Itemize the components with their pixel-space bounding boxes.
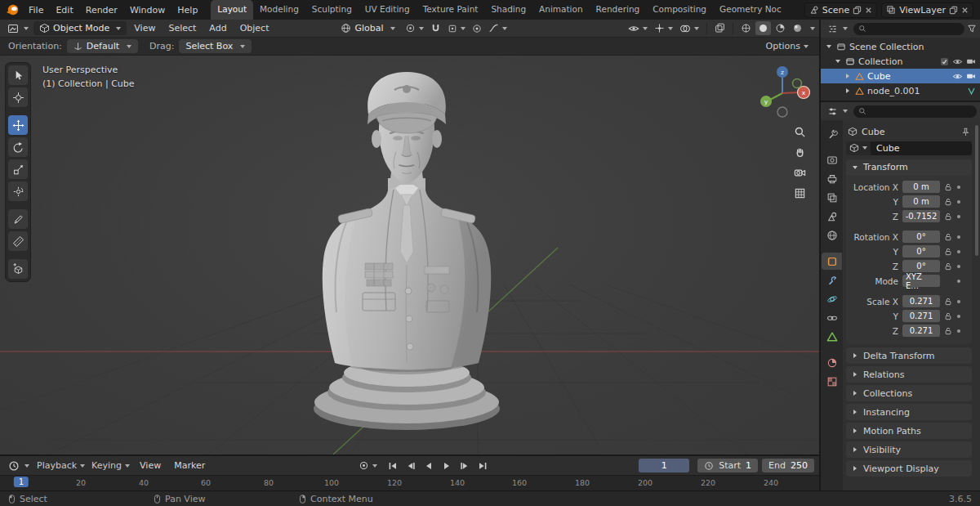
workspace-tab-geometry-nodes[interactable]: Geometry Noc [713,0,788,20]
menu-render[interactable]: Render [80,2,123,18]
toggle-xray-button[interactable] [712,21,728,35]
tab-view-layer[interactable] [822,189,842,206]
tool-cursor[interactable] [8,87,28,107]
disclosure-closed-icon[interactable] [846,88,849,93]
animate-dot[interactable] [957,200,960,204]
animate-dot[interactable] [957,186,960,189]
tab-texture[interactable] [822,373,842,390]
menu-object[interactable]: Object [234,21,275,35]
section-visibility[interactable]: Visibility [846,441,972,458]
jump-to-end-button[interactable] [474,459,491,473]
tab-output[interactable] [822,170,842,187]
camera-view-icon[interactable] [794,167,806,179]
unlink-scene-icon[interactable] [865,7,872,14]
prev-keyframe-button[interactable] [403,459,419,473]
lock-icon[interactable] [944,298,952,306]
workspace-tab-rendering[interactable]: Rendering [590,0,647,20]
hide-eye-icon[interactable] [952,71,963,82]
section-instancing[interactable]: Instancing [846,404,972,420]
disclosure-closed-icon[interactable] [846,74,849,78]
section-delta-transform[interactable]: Delta Transform [846,347,972,364]
lock-icon[interactable] [944,312,952,320]
breadcrumb-object-name[interactable]: Cube [862,127,884,137]
section-relations[interactable]: Relations [846,366,972,383]
editor-type-button[interactable] [4,21,32,36]
properties-editor-type-button[interactable] [824,105,851,119]
snap-settings-dropdown[interactable] [445,22,468,35]
shading-solid-button[interactable] [755,21,771,35]
pan-hand-icon[interactable] [794,146,806,159]
outliner-row-collection[interactable]: Collection [821,54,980,69]
shading-rendered-button[interactable] [790,21,805,35]
tool-move[interactable] [8,115,28,135]
show-gizmo-dropdown[interactable] [652,21,675,35]
timeline-marker-menu[interactable]: Marker [168,459,211,472]
hide-eye-icon[interactable] [952,56,963,67]
animate-dot[interactable] [957,300,960,303]
next-keyframe-button[interactable] [457,459,473,473]
tool-measure[interactable] [8,231,28,251]
gizmo-z-negative-axis[interactable] [777,107,787,117]
navigation-gizmo[interactable]: z y x [754,62,811,119]
object-visibility-dropdown[interactable] [626,21,650,36]
gizmo-y-negative-axis[interactable] [793,79,802,88]
section-motion-paths[interactable]: Motion Paths [846,423,972,439]
workspace-tab-modeling[interactable]: Modeling [253,0,305,20]
tool-scale[interactable] [8,159,28,179]
transform-panel-header[interactable]: Transform [846,159,972,175]
section-viewport-display[interactable]: Viewport Display [846,460,972,477]
rotation-mode-dropdown[interactable]: XYZ E... [902,275,940,287]
lock-icon[interactable] [944,198,952,206]
menu-file[interactable]: File [23,2,49,18]
workspace-tab-layout[interactable]: Layout [211,0,253,20]
timeline-editor-type-button[interactable] [5,459,33,473]
menu-select[interactable]: Select [163,21,202,35]
field-value[interactable]: -0.7152 [902,210,940,222]
timeline-view-menu[interactable]: View [134,459,167,472]
new-scene-icon[interactable] [853,6,862,15]
field-value[interactable]: 0° [902,260,940,272]
tab-render[interactable] [822,151,842,168]
lock-icon[interactable] [944,327,952,335]
workspace-tab-animation[interactable]: Animation [532,0,590,20]
field-value[interactable]: 0.271 [902,310,940,322]
timeline-ruler[interactable]: 0 20 40 60 80 100 120 140 160 180 200 22… [0,475,819,490]
view-layer-selector[interactable]: ViewLayer [881,2,973,18]
tab-object[interactable] [822,253,842,270]
shading-material-button[interactable] [773,21,788,35]
scene-selector[interactable]: Scene [804,2,878,18]
snap-toggle-button[interactable] [428,21,443,35]
section-collections[interactable]: Collections [846,385,972,401]
workspace-tab-compositing[interactable]: Compositing [646,0,713,20]
field-value[interactable]: 0.271 [902,295,940,307]
field-value[interactable]: 0 m [902,195,940,208]
tab-tool[interactable] [822,125,842,142]
viewport-3d[interactable]: User Perspective (1) Collection | Cube [0,56,819,455]
checkbox-icon[interactable] [940,57,949,66]
workspace-tab-shading[interactable]: Shading [484,0,532,20]
frame-start-field[interactable]: Start 1 [697,459,758,472]
render-camera-icon[interactable] [966,71,976,81]
model-bust[interactable] [284,62,529,438]
tab-world[interactable] [822,226,842,244]
playback-menu[interactable]: Playback [34,459,87,472]
outliner-row-cube[interactable]: Cube [821,69,980,83]
tab-modifiers[interactable] [822,271,842,289]
pivot-point-dropdown[interactable] [403,21,426,35]
tool-options-dropdown[interactable]: Options [764,39,811,53]
workspace-tab-texture-paint[interactable]: Texture Paint [416,0,485,20]
animate-dot[interactable] [957,280,960,283]
field-value[interactable]: 0° [902,231,940,243]
lock-icon[interactable] [944,213,952,221]
orientation-setting-dropdown[interactable]: Default [67,39,138,53]
show-overlays-dropdown[interactable] [677,21,702,36]
mode-dropdown[interactable]: Object Mode [33,21,127,35]
object-name-field[interactable]: Cube [871,141,972,155]
proportional-falloff-dropdown[interactable] [486,21,510,35]
playhead-marker[interactable]: 1 [14,477,29,487]
tool-add-cube[interactable] [8,259,28,279]
shading-options-chevron-icon[interactable] [810,27,815,30]
tool-select-box[interactable] [8,65,28,85]
outliner-search[interactable] [853,23,964,35]
field-value[interactable]: 0° [902,245,940,257]
